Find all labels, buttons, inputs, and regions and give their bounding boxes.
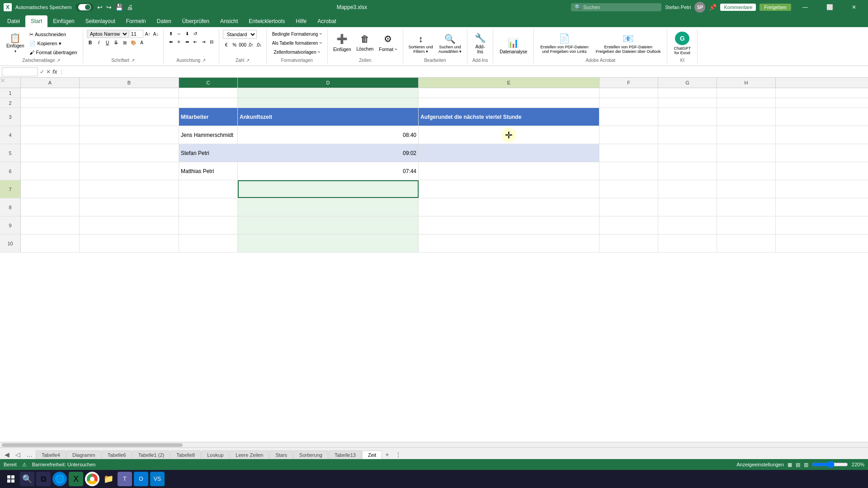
cell-c5-stefan[interactable]: Stefan Petri: [179, 144, 238, 162]
cell-g9[interactable]: [658, 216, 717, 234]
zoom-slider[interactable]: [812, 461, 848, 468]
formula-fx[interactable]: fx: [52, 69, 57, 75]
align-top-button[interactable]: ⬆: [167, 30, 175, 37]
taskbar-search-icon[interactable]: 🔍: [20, 472, 34, 486]
pdf-outlook-button[interactable]: 📧 Erstellen von PDF-DateienFreigeben der…: [593, 31, 664, 56]
cell-h6[interactable]: [717, 162, 776, 180]
cell-d2[interactable]: [238, 98, 419, 108]
col-header-a[interactable]: A: [21, 78, 80, 88]
cell-g6[interactable]: [658, 162, 717, 180]
cell-c9[interactable]: [179, 216, 238, 234]
sheet-tab-zeit[interactable]: Zeit: [362, 450, 382, 460]
cell-c2[interactable]: [179, 98, 238, 108]
scroll-thumb[interactable]: [2, 443, 183, 447]
cell-e3-aufgerundet[interactable]: Aufgerundet die nächste viertel Stunde: [419, 108, 599, 126]
suchen-button[interactable]: Suchen undAuswählen ▾: [437, 45, 464, 53]
formula-cancel[interactable]: ✕: [46, 69, 51, 75]
als-tabelle-button[interactable]: Als Tabelle formatieren ~: [270, 39, 324, 47]
cell-g8[interactable]: [658, 198, 717, 216]
cell-b8[interactable]: [80, 198, 179, 216]
zellenformatvorlagen-button[interactable]: Zellenformatvorlagen ~: [272, 48, 322, 56]
cell-h7[interactable]: [717, 180, 776, 198]
cell-h5[interactable]: [717, 144, 776, 162]
fill-color-button[interactable]: 🎨: [130, 39, 137, 46]
cell-g7[interactable]: [658, 180, 717, 198]
undo-icon[interactable]: ↩: [97, 4, 103, 11]
row-header-9[interactable]: 9: [0, 216, 21, 234]
formula-input[interactable]: [66, 69, 866, 75]
ausrichtung-expand-icon[interactable]: ↗: [202, 58, 206, 63]
col-header-h[interactable]: H: [717, 78, 776, 88]
cell-e2[interactable]: [419, 98, 599, 108]
cell-a1[interactable]: [21, 88, 80, 98]
cell-a6[interactable]: [21, 162, 80, 180]
cell-e5[interactable]: [419, 144, 599, 162]
zwischenablage-expand-icon[interactable]: ↗: [57, 58, 60, 63]
tab-hilfe[interactable]: Hilfe: [290, 15, 312, 27]
align-bottom-button[interactable]: ⬇: [184, 30, 191, 37]
cell-g2[interactable]: [658, 98, 717, 108]
taskbar-task-view-icon[interactable]: ⧉: [36, 472, 51, 486]
row-header-10[interactable]: 10: [0, 235, 21, 252]
row-header-4[interactable]: 4: [0, 126, 21, 144]
tab-ueberpruefen[interactable]: Überprüfen: [177, 15, 215, 27]
cell-g1[interactable]: [658, 88, 717, 98]
merge-button[interactable]: ⊟: [208, 38, 215, 45]
autosave-toggle[interactable]: [75, 3, 94, 11]
cell-f8[interactable]: [599, 198, 658, 216]
cell-e6[interactable]: [419, 162, 599, 180]
cell-c3-mitarbeiter[interactable]: Mitarbeiter: [179, 108, 238, 126]
cell-e7[interactable]: [419, 180, 599, 198]
bedingte-formatierung-button[interactable]: Bedingte Formatierung ~: [270, 30, 324, 38]
cell-f3[interactable]: [599, 108, 658, 126]
cell-a7[interactable]: [21, 180, 80, 198]
cell-b10[interactable]: [80, 235, 179, 252]
sheet-tab-lookup[interactable]: Lookup: [201, 450, 229, 459]
sheet-nav-prev[interactable]: ◀: [2, 450, 12, 459]
print-icon[interactable]: 🖨: [127, 4, 133, 11]
underline-button[interactable]: U: [104, 39, 111, 46]
col-header-c[interactable]: C: [179, 78, 238, 88]
cell-c1[interactable]: [179, 88, 238, 98]
font-name-select[interactable]: Aptos Narrow: [87, 30, 129, 38]
cell-d8[interactable]: [238, 198, 419, 216]
tab-daten[interactable]: Daten: [151, 15, 177, 27]
sheet-nav-prev2[interactable]: ◁: [13, 450, 23, 459]
cell-e4-cursor[interactable]: ✛: [419, 126, 599, 144]
cell-b6[interactable]: [80, 162, 179, 180]
cell-a10[interactable]: [21, 235, 80, 252]
cell-f5[interactable]: [599, 144, 658, 162]
cell-b2[interactable]: [80, 98, 179, 108]
col-header-d[interactable]: D: [238, 78, 419, 88]
cell-h8[interactable]: [717, 198, 776, 216]
align-center-button[interactable]: ≡: [175, 38, 183, 45]
tab-seitenlayout[interactable]: Seitenlayout: [80, 15, 121, 27]
border-button[interactable]: ⊞: [121, 39, 128, 46]
sheet-nav-menu[interactable]: ⋮: [392, 450, 404, 459]
taskbar-edge-icon[interactable]: 🌐: [52, 472, 67, 486]
number-format-select[interactable]: Standard: [223, 30, 257, 39]
cell-f1[interactable]: [599, 88, 658, 98]
row-header-3[interactable]: 3: [0, 108, 21, 126]
sheet-tab-tabelle4[interactable]: Tabelle4: [36, 450, 66, 459]
row-header-8[interactable]: 8: [0, 198, 21, 216]
chatgpt-button[interactable]: G ChatGPTfor Excel: [671, 31, 693, 56]
taskbar-teams-icon[interactable]: T: [118, 472, 132, 486]
cell-d5-time[interactable]: 09:02: [238, 144, 419, 162]
font-size-input[interactable]: [130, 30, 143, 38]
percent-button[interactable]: %: [231, 41, 238, 48]
cell-d1[interactable]: [238, 88, 419, 98]
sheet-add-button[interactable]: +: [382, 450, 392, 459]
view-layout-icon[interactable]: ▤: [796, 462, 800, 468]
sheet-tab-leere-zeilen[interactable]: Leere Zeilen: [230, 450, 269, 459]
cell-a4[interactable]: [21, 126, 80, 144]
cell-reference-input[interactable]: D7: [2, 67, 38, 76]
tab-formeln[interactable]: Formeln: [121, 15, 151, 27]
align-left-button[interactable]: ⬅: [167, 38, 175, 45]
cell-a9[interactable]: [21, 216, 80, 234]
cell-b1[interactable]: [80, 88, 179, 98]
currency-button[interactable]: €: [223, 41, 230, 48]
tab-start[interactable]: Start: [25, 15, 47, 27]
datenanalyse-button[interactable]: 📊 Datenanalyse: [497, 33, 530, 59]
cell-b3[interactable]: [80, 108, 179, 126]
